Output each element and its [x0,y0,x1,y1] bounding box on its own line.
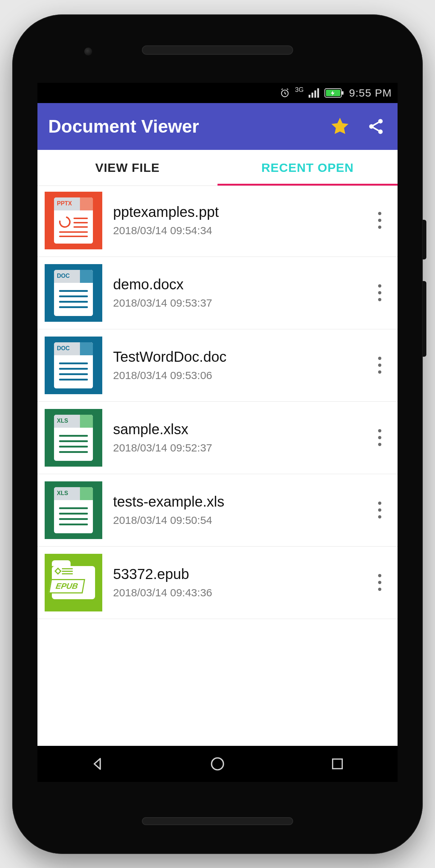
file-date: 2018/03/14 09:50:54 [113,514,358,526]
more-button[interactable] [369,279,390,307]
file-meta: tests-example.xls 2018/03/14 09:50:54 [113,494,358,526]
file-type-badge: XLS [57,418,68,424]
more-icon [378,212,381,215]
file-meta: pptexamples.ppt 2018/03/14 09:54:34 [113,204,358,237]
share-icon [367,117,385,135]
file-name: 53372.epub [113,566,358,582]
file-list: PPTX pptexamples.ppt 2018/03/14 09:54:34 [37,186,398,619]
file-type-badge: DOC [57,273,70,279]
file-name: sample.xlsx [113,421,358,437]
file-type-badge: XLS [57,490,68,497]
svg-rect-2 [311,93,313,98]
file-type-badge: EPUB [48,579,85,593]
tab-bar: VIEW FILE RECENT OPEN [37,150,398,186]
status-bar: 3G 9:55 PM [37,83,398,103]
file-date: 2018/03/14 09:53:06 [113,369,358,382]
epub-file-icon: EPUB [45,554,102,611]
share-button[interactable] [362,112,390,141]
home-button[interactable] [207,753,228,775]
bottom-speaker [142,817,293,825]
tab-label: VIEW FILE [95,161,160,175]
network-type-label: 3G [295,86,304,94]
file-date: 2018/03/14 09:52:37 [113,442,358,454]
more-button[interactable] [369,568,390,597]
pptx-file-icon: PPTX [45,192,102,249]
clock-label: 9:55 PM [349,87,392,99]
file-meta: demo.docx 2018/03/14 09:53:37 [113,276,358,309]
more-icon [378,284,381,288]
side-button [423,281,426,357]
list-item[interactable]: PPTX pptexamples.ppt 2018/03/14 09:54:34 [37,186,398,257]
svg-point-10 [378,129,383,134]
file-name: tests-example.xls [113,494,358,510]
svg-point-11 [211,758,223,770]
svg-point-8 [378,119,383,124]
svg-rect-3 [314,90,316,98]
list-item[interactable]: XLS sample.xlsx 2018/03/14 09:52:37 [37,402,398,474]
tab-view-file[interactable]: VIEW FILE [37,150,218,186]
more-button[interactable] [369,206,390,235]
more-icon [378,574,381,577]
file-name: TestWordDoc.doc [113,349,358,365]
xls-file-icon: XLS [45,409,102,467]
doc-file-icon: DOC [45,337,102,394]
signal-icon [309,88,319,98]
page-title: Document Viewer [48,116,318,137]
screen: 3G 9:55 PM Document [37,83,398,782]
favorite-button[interactable] [326,112,354,141]
more-icon [378,429,381,432]
back-icon [90,756,106,772]
file-date: 2018/03/14 09:54:34 [113,224,358,237]
svg-rect-6 [342,91,344,95]
back-button[interactable] [87,753,108,775]
side-button [423,220,426,259]
tab-label: RECENT OPEN [261,161,354,175]
app-bar: Document Viewer [37,103,398,150]
file-list-scroll[interactable]: PPTX pptexamples.ppt 2018/03/14 09:54:34 [37,186,398,746]
list-item[interactable]: DOC TestWordDoc.doc 2018/03/14 09:53:06 [37,329,398,402]
recents-icon [330,757,345,771]
doc-file-icon: DOC [45,264,102,322]
svg-point-9 [369,124,374,129]
more-icon [378,357,381,360]
more-button[interactable] [369,351,390,380]
list-item[interactable]: EPUB 53372.epub 2018/03/14 09:43:36 [37,547,398,619]
file-type-badge: DOC [57,345,70,352]
tab-recent-open[interactable]: RECENT OPEN [218,150,398,186]
file-name: demo.docx [113,276,358,293]
star-icon [329,116,350,137]
more-icon [378,502,381,505]
phone-frame: 3G 9:55 PM Document [12,14,423,854]
file-type-badge: PPTX [57,200,72,207]
proximity-sensor [84,48,92,55]
list-item[interactable]: XLS tests-example.xls 2018/03/14 09:50:5… [37,474,398,547]
more-button[interactable] [369,423,390,452]
earpiece [142,45,293,55]
recents-button[interactable] [327,753,348,775]
xls-file-icon: XLS [45,481,102,539]
file-date: 2018/03/14 09:53:37 [113,297,358,309]
file-meta: 53372.epub 2018/03/14 09:43:36 [113,566,358,599]
home-icon [210,756,225,772]
svg-rect-12 [333,759,342,769]
system-nav-bar [37,746,398,782]
more-button[interactable] [369,496,390,525]
svg-rect-4 [317,88,319,98]
alarm-icon [280,88,290,98]
file-name: pptexamples.ppt [113,204,358,220]
file-meta: TestWordDoc.doc 2018/03/14 09:53:06 [113,349,358,382]
file-date: 2018/03/14 09:43:36 [113,587,358,599]
file-meta: sample.xlsx 2018/03/14 09:52:37 [113,421,358,454]
battery-icon [324,88,344,98]
list-item[interactable]: DOC demo.docx 2018/03/14 09:53:37 [37,257,398,329]
svg-rect-1 [309,95,310,98]
